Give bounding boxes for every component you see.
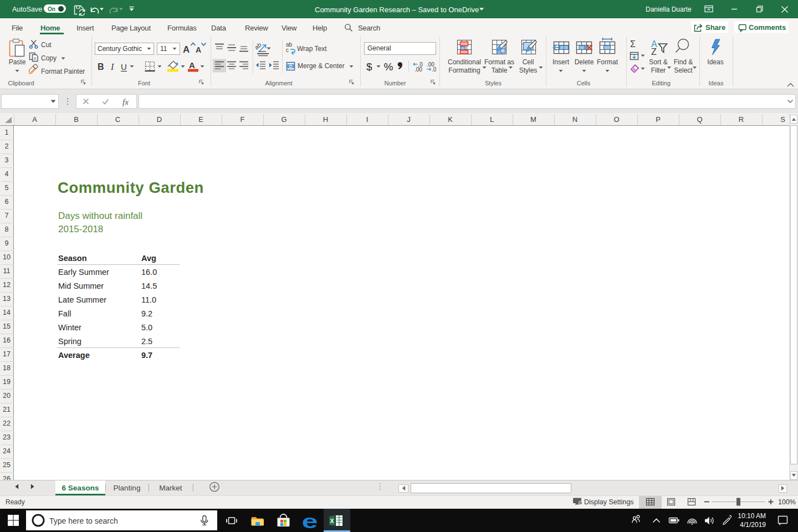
svg-text:U: U — [121, 62, 127, 71]
svg-text:%: % — [384, 61, 393, 73]
svg-text:I: I — [110, 62, 114, 71]
svg-text:X: X — [330, 518, 334, 524]
svg-text:A: A — [183, 44, 190, 55]
svg-text:A: A — [189, 60, 195, 70]
svg-text:Z: Z — [651, 47, 657, 57]
svg-text:Σ: Σ — [630, 39, 636, 49]
svg-text:.0: .0 — [432, 66, 437, 73]
svg-text:fx: fx — [122, 98, 129, 106]
svg-text:$: $ — [366, 61, 372, 73]
svg-text:B: B — [98, 62, 104, 71]
svg-text:.00: .00 — [415, 66, 422, 73]
svg-text:A: A — [196, 45, 201, 54]
svg-text:e: e — [302, 510, 318, 532]
svg-text:c: c — [286, 47, 289, 53]
